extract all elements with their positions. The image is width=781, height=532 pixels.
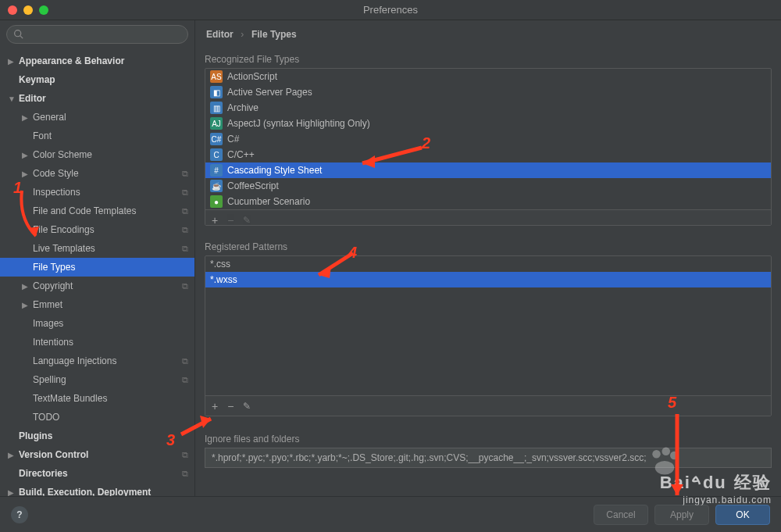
project-config-icon: ⧉	[182, 450, 188, 460]
tree-arrow-icon: ▶	[22, 301, 33, 309]
svg-point-5	[652, 450, 661, 459]
recognized-file-types-list[interactable]: ASActionScript◧Active Server Pages▥Archi…	[205, 68, 772, 226]
recognized-file-types-label: Recognized File Types	[205, 54, 772, 65]
pattern-row[interactable]: *.wxss	[205, 272, 771, 287]
sidebar-item-label: Live Templates	[33, 243, 194, 254]
filetype-label: C#	[227, 134, 239, 145]
sidebar-item[interactable]: Directories⧉	[0, 464, 194, 483]
tree-arrow-icon: ▶	[22, 151, 33, 159]
sidebar-item[interactable]: ▶Color Scheme	[0, 145, 194, 164]
sidebar-item-label: Plugins	[19, 430, 194, 441]
sidebar-item[interactable]: ▶Emmet	[0, 295, 194, 314]
filetype-label: Archive	[227, 102, 259, 113]
sidebar-item-label: Keymap	[19, 74, 194, 85]
filetype-icon: ☕	[210, 180, 223, 192]
filetype-row[interactable]: ASActionScript	[205, 69, 771, 84]
search-field[interactable]	[6, 25, 188, 44]
breadcrumb: Editor › File Types	[195, 20, 781, 49]
sidebar-item[interactable]: Plugins	[0, 427, 194, 445]
remove-pattern-button[interactable]: −	[227, 400, 234, 412]
filetype-row[interactable]: ▥Archive	[205, 100, 771, 116]
add-pattern-button[interactable]: +	[212, 400, 218, 412]
search-icon	[13, 29, 23, 41]
sidebar-item-label: Code Style	[33, 168, 194, 179]
sidebar-item[interactable]: Language Injections⧉	[0, 352, 194, 370]
sidebar-item[interactable]: Intentions	[0, 333, 194, 352]
remove-filetype-button[interactable]: −	[227, 214, 234, 227]
sidebar-item[interactable]: ▶Version Control⧉	[0, 445, 194, 464]
filetype-row[interactable]: C#C#	[205, 131, 771, 147]
filetype-icon: C#	[210, 133, 223, 145]
project-config-icon: ⧉	[182, 187, 188, 198]
filetype-row[interactable]: ●Cucumber Scenario	[205, 194, 771, 209]
patterns-toolbar: + − ✎	[205, 395, 771, 416]
sidebar-item-label: Language Injections	[33, 355, 194, 366]
sidebar-item[interactable]: ▼Editor	[0, 89, 194, 108]
filetype-icon: ▥	[210, 102, 223, 114]
filetype-row[interactable]: ◧Active Server Pages	[205, 84, 771, 100]
sidebar-item[interactable]: ▶Build, Execution, Deployment	[0, 483, 194, 496]
filetype-label: C/C++	[227, 149, 255, 160]
filetype-icon: ◧	[210, 86, 223, 98]
pattern-row[interactable]: *.css	[205, 256, 771, 272]
sidebar-item-label: File Encodings	[33, 224, 194, 235]
tree-arrow-icon: ▶	[22, 282, 33, 291]
sidebar-item-label: TODO	[33, 412, 194, 423]
recognized-toolbar: + − ✎	[205, 209, 771, 226]
filetype-icon: AS	[210, 70, 223, 83]
svg-line-10	[20, 36, 23, 38]
filetype-label: Cucumber Scenario	[227, 196, 310, 207]
filetype-row[interactable]: CC/C++	[205, 147, 771, 162]
sidebar-item[interactable]: Spelling⧉	[0, 370, 194, 389]
help-button[interactable]: ?	[11, 506, 28, 523]
filetype-label: CoffeeScript	[227, 180, 279, 191]
tree-arrow-icon: ▶	[22, 113, 33, 122]
ok-button[interactable]: OK	[715, 505, 770, 525]
sidebar-item[interactable]: File Encodings⧉	[0, 220, 194, 239]
apply-button[interactable]: Apply	[654, 505, 709, 525]
registered-patterns-list[interactable]: *.css*.wxss + − ✎	[205, 255, 772, 416]
tree-arrow-icon: ▶	[8, 488, 19, 497]
filetype-icon: AJ	[210, 117, 223, 130]
sidebar-item[interactable]: File and Code Templates⧉	[0, 202, 194, 220]
pattern-label: *.css	[210, 259, 230, 270]
edit-filetype-button[interactable]: ✎	[243, 215, 251, 226]
ignore-label: Ignore files and folders	[205, 434, 772, 445]
breadcrumb-current: File Types	[251, 29, 297, 40]
tree-arrow-icon: ▶	[8, 57, 19, 66]
tree-arrow-icon: ▶	[22, 170, 33, 178]
search-input[interactable]	[6, 25, 188, 44]
sidebar-item[interactable]: Images	[0, 314, 194, 333]
sidebar-item-label: File and Code Templates	[33, 205, 194, 216]
sidebar-item[interactable]: Font	[0, 127, 194, 145]
sidebar-item[interactable]: TextMate Bundles	[0, 389, 194, 408]
edit-pattern-button[interactable]: ✎	[243, 401, 251, 412]
sidebar-item-label: File Types	[33, 262, 194, 273]
filetype-row[interactable]: AJAspectJ (syntax Highlighting Only)	[205, 116, 771, 131]
project-config-icon: ⧉	[182, 244, 188, 254]
breadcrumb-root[interactable]: Editor	[206, 29, 234, 40]
sidebar-item[interactable]: Keymap	[0, 70, 194, 89]
pattern-label: *.wxss	[210, 274, 237, 285]
sidebar-item[interactable]: File Types	[0, 258, 194, 277]
add-filetype-button[interactable]: +	[212, 214, 218, 227]
sidebar-item-label: Intentions	[33, 337, 194, 348]
sidebar-item[interactable]: ▶General	[0, 108, 194, 127]
cancel-button[interactable]: Cancel	[594, 505, 648, 525]
sidebar-item[interactable]: ▶Appearance & Behavior	[0, 52, 194, 70]
filetype-label: Cascading Style Sheet	[227, 165, 322, 176]
sidebar-item[interactable]: Live Templates⧉	[0, 239, 194, 258]
ignore-input[interactable]	[205, 448, 772, 468]
filetype-row[interactable]: #Cascading Style Sheet	[205, 162, 771, 178]
tree-arrow-icon: ▶	[8, 451, 19, 459]
filetype-label: AspectJ (syntax Highlighting Only)	[227, 118, 370, 129]
sidebar-item-label: Appearance & Behavior	[19, 55, 194, 66]
sidebar-item[interactable]: Inspections⧉	[0, 183, 194, 202]
sidebar-item[interactable]: ▶Copyright⧉	[0, 277, 194, 295]
sidebar-item[interactable]: TODO	[0, 408, 194, 427]
registered-patterns-label: Registered Patterns	[205, 241, 772, 252]
sidebar-item-label: Version Control	[19, 449, 194, 460]
sidebar-item[interactable]: ▶Code Style⧉	[0, 164, 194, 183]
filetype-row[interactable]: ☕CoffeeScript	[205, 178, 771, 194]
project-config-icon: ⧉	[182, 375, 188, 385]
